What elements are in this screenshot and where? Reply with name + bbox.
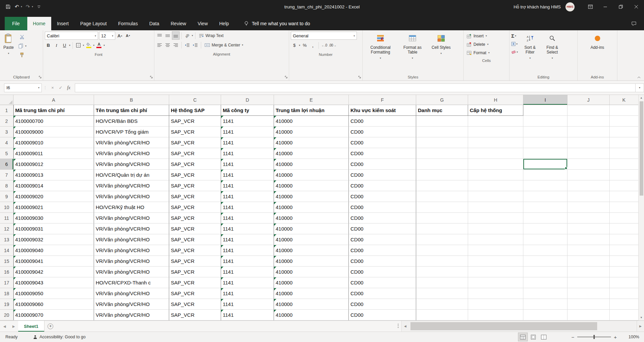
cell-J6[interactable] <box>568 159 610 170</box>
column-header-I[interactable]: I <box>523 95 568 105</box>
cell-K9[interactable] <box>610 191 639 202</box>
cell-F19[interactable]: CD00 <box>349 299 416 310</box>
number-format-select[interactable]: General ▾ <box>291 32 357 40</box>
cell-A4[interactable]: 4100009010 <box>13 137 94 148</box>
page-layout-view-button[interactable] <box>529 333 538 341</box>
cell-B20[interactable]: VR/Văn phòng/VCR/HO <box>94 310 169 320</box>
cell-B13[interactable]: VR/Văn phòng/VCR/HO <box>94 234 169 245</box>
cell-D12[interactable]: 1141 <box>221 224 274 234</box>
row-header-16[interactable]: 16 <box>0 267 13 277</box>
cell-D15[interactable]: 1141 <box>221 256 274 267</box>
font-dialog-launcher[interactable] <box>150 76 153 79</box>
cell-I19[interactable] <box>523 299 568 310</box>
cell-E14[interactable]: 410000 <box>274 245 349 256</box>
row-header-7[interactable]: 7 <box>0 170 13 180</box>
column-header-C[interactable]: C <box>169 95 221 105</box>
page-break-view-button[interactable] <box>539 333 548 341</box>
cut-button[interactable] <box>18 33 27 41</box>
cell-B4[interactable]: VR/Văn phòng/VCR/HO <box>94 137 169 148</box>
enter-button[interactable]: ✓ <box>57 83 65 92</box>
ribbon-tab-formulas[interactable]: Formulas <box>113 17 144 30</box>
cell-J14[interactable] <box>568 245 610 256</box>
cell-I3[interactable] <box>523 127 568 137</box>
increase-indent-button[interactable] <box>192 41 199 49</box>
column-header-F[interactable]: F <box>349 95 416 105</box>
cell-I16[interactable] <box>523 267 568 277</box>
align-center-button[interactable] <box>164 41 171 49</box>
scroll-up-arrow[interactable]: ▲ <box>639 95 644 101</box>
horizontal-scrollbar[interactable]: ◀ ▶ <box>401 321 644 332</box>
ribbon-tab-insert[interactable]: Insert <box>51 17 74 30</box>
cell-C6[interactable]: SAP_VCR <box>169 159 221 170</box>
cell-C4[interactable]: SAP_VCR <box>169 137 221 148</box>
account-name[interactable]: Hỗ trợ khách hàng HMS <box>514 4 561 9</box>
cell-A15[interactable]: 4100009041 <box>13 256 94 267</box>
cell-F16[interactable]: CD00 <box>349 267 416 277</box>
cell-H12[interactable] <box>468 224 523 234</box>
undo-button[interactable]: ↶ <box>13 2 21 12</box>
cell-D16[interactable]: 1141 <box>221 267 274 277</box>
cell-J20[interactable] <box>568 310 610 320</box>
cell-C8[interactable]: SAP_VCR <box>169 180 221 191</box>
cell-I4[interactable] <box>523 137 568 148</box>
cell-A18[interactable]: 4100009050 <box>13 288 94 299</box>
find-select-button[interactable]: Find & Select ▾ <box>541 32 563 73</box>
cell-E19[interactable]: 410000 <box>274 299 349 310</box>
previous-sheet-button[interactable]: ◀ <box>0 321 9 332</box>
wrap-text-button[interactable]: Wrap Text <box>197 32 225 39</box>
cell-B8[interactable]: VR/Văn phòng/VCR/HO <box>94 180 169 191</box>
minimize-button[interactable] <box>597 0 613 13</box>
cell-I5[interactable] <box>523 148 568 159</box>
tell-me-box[interactable]: Tell me what you want to do <box>244 17 310 30</box>
cell-F14[interactable]: CD00 <box>349 245 416 256</box>
cell-H9[interactable] <box>468 191 523 202</box>
cell-A14[interactable]: 4100009040 <box>13 245 94 256</box>
cell-I6[interactable] <box>523 159 568 170</box>
cell-J8[interactable] <box>568 180 610 191</box>
cell-H5[interactable] <box>468 148 523 159</box>
number-dialog-launcher[interactable] <box>358 76 361 79</box>
cell-I18[interactable] <box>523 288 568 299</box>
increase-decimal-button[interactable]: ←.0 <box>321 41 328 49</box>
cell-H13[interactable] <box>468 234 523 245</box>
cell-E15[interactable]: 410000 <box>274 256 349 267</box>
clear-button[interactable]: ▾ <box>511 48 518 56</box>
cell-E12[interactable]: 410000 <box>274 224 349 234</box>
cell-F3[interactable]: CD00 <box>349 127 416 137</box>
cell-J5[interactable] <box>568 148 610 159</box>
cell-B12[interactable]: VR/Văn phòng/VCR/HO <box>94 224 169 234</box>
cell-G16[interactable] <box>416 267 468 277</box>
cell-A10[interactable]: 4100009021 <box>13 202 94 213</box>
cell-I15[interactable] <box>523 256 568 267</box>
undo-chevron-icon[interactable]: ▾ <box>21 5 22 8</box>
vertical-scroll-thumb[interactable] <box>640 101 643 196</box>
normal-view-button[interactable] <box>518 333 527 341</box>
new-sheet-button[interactable]: + <box>46 321 55 332</box>
cell-E3[interactable]: 410000 <box>274 127 349 137</box>
cell-F6[interactable]: CD00 <box>349 159 416 170</box>
cell-F9[interactable]: CD00 <box>349 191 416 202</box>
column-header-B[interactable]: B <box>94 95 169 105</box>
align-middle-button[interactable] <box>164 32 171 39</box>
cell-F18[interactable]: CD00 <box>349 288 416 299</box>
row-header-15[interactable]: 15 <box>0 256 13 267</box>
row-header-2[interactable]: 2 <box>0 116 13 127</box>
cell-A5[interactable]: 4100009011 <box>13 148 94 159</box>
decrease-decimal-button[interactable]: .00→ <box>329 41 336 49</box>
cell-B11[interactable]: VR/Văn phòng/VCR/HO <box>94 213 169 224</box>
font-color-button[interactable]: A <box>95 41 102 49</box>
row-header-5[interactable]: 5 <box>0 148 13 159</box>
cell-E1[interactable]: Trung tâm lợi nhuận <box>274 105 349 116</box>
cell-F7[interactable]: CD00 <box>349 170 416 180</box>
cell-H4[interactable] <box>468 137 523 148</box>
cell-J1[interactable] <box>568 105 610 116</box>
cell-E11[interactable]: 410000 <box>274 213 349 224</box>
fill-handle[interactable] <box>565 167 567 169</box>
align-top-button[interactable] <box>156 32 163 39</box>
font-family-select[interactable]: Calibri ▾ <box>45 32 98 40</box>
scroll-down-arrow[interactable]: ▼ <box>639 315 644 320</box>
select-all-corner[interactable] <box>0 95 13 105</box>
cell-I13[interactable] <box>523 234 568 245</box>
cell-C19[interactable]: SAP_VCR <box>169 299 221 310</box>
cell-H18[interactable] <box>468 288 523 299</box>
